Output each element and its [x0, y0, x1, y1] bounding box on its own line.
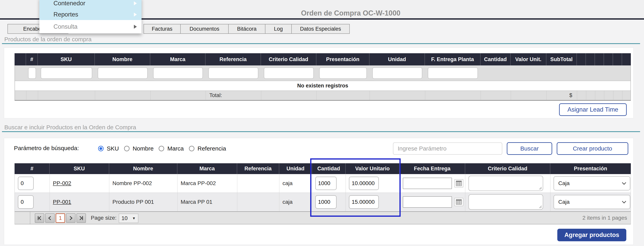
products-panel: # SKU Nombre Marca Referencia Criterio C… — [4, 48, 634, 118]
search-panel: Parámetro de búsqueda: SKU Nombre Marca … — [4, 138, 634, 245]
pagination-buttons: 1 — [35, 214, 86, 223]
next-page-button[interactable] — [66, 214, 76, 223]
column-header-presentacion: Presentación — [316, 53, 369, 66]
filter-input-referencia[interactable] — [208, 68, 258, 79]
prev-page-button[interactable] — [45, 214, 55, 223]
sku-link[interactable]: PP-002 — [53, 180, 71, 186]
column-header-cantidad: Cantidad — [312, 163, 346, 174]
radio-label-referencia: Referencia — [198, 145, 226, 152]
menu-item-consulta[interactable]: Consulta — [39, 20, 142, 34]
resize-handle-icon[interactable] — [539, 205, 542, 208]
tab-log[interactable]: Log — [265, 24, 292, 34]
tab-datos-especiales[interactable]: Datos Especiales — [291, 24, 350, 34]
column-header-marca: Marca — [150, 53, 205, 66]
filter-input-sku[interactable] — [41, 68, 92, 79]
total-currency: $ — [569, 92, 572, 98]
first-page-button[interactable] — [35, 214, 44, 223]
empty-message: No existen registros — [297, 83, 348, 89]
menu-item-label: Reportes — [54, 11, 78, 18]
section-title-products: Productos de la orden de compra — [4, 36, 92, 43]
products-table: # SKU Nombre Marca Referencia Criterio C… — [14, 53, 631, 101]
calendar-icon[interactable] — [454, 198, 463, 206]
chevron-down-icon — [622, 199, 626, 203]
criterio-calidad-textarea[interactable] — [468, 194, 543, 210]
radio-label-nombre: Nombre — [133, 145, 154, 152]
fecha-entrega-input[interactable] — [403, 196, 452, 208]
column-header — [604, 53, 613, 66]
menu-item-label: Consulta — [54, 23, 78, 30]
section-divider — [2, 131, 640, 132]
resize-handle-icon[interactable] — [539, 186, 542, 190]
column-header-num: # — [14, 163, 49, 174]
valor-unitario-input[interactable] — [349, 177, 379, 190]
filter-input-unidad[interactable] — [372, 68, 422, 79]
column-header — [576, 53, 586, 66]
column-header-fentrega: F. Entrega Planta — [424, 53, 480, 66]
agregar-productos-button[interactable]: Agregar productos — [557, 229, 626, 241]
menu-item-contenedor[interactable]: Contenedor — [39, 0, 142, 9]
row-num-input[interactable] — [18, 177, 34, 190]
column-header — [586, 53, 595, 66]
pagination-bar: 1 Page size: 10 ▼ 2 items in 1 pages — [14, 212, 631, 224]
column-header-marca: Marca — [177, 163, 237, 174]
chevron-down-icon — [622, 180, 626, 184]
submenu-arrow-icon — [134, 2, 137, 5]
row-num-input[interactable] — [18, 195, 34, 209]
radio-marca[interactable] — [159, 146, 164, 151]
cell-unidad: caja — [282, 180, 292, 186]
crear-producto-button[interactable]: Crear producto — [557, 142, 628, 155]
submenu-arrow-icon — [134, 25, 137, 29]
page-size-label: Page size: — [91, 212, 116, 224]
tab-documentos[interactable]: Documentos — [180, 24, 228, 34]
column-header-sku: SKU — [49, 163, 109, 174]
column-header — [622, 53, 631, 66]
search-input[interactable] — [393, 142, 502, 155]
filter-row — [14, 66, 631, 81]
menu-item-reportes[interactable]: Reportes — [39, 9, 142, 20]
pagination-status: 2 items in 1 pages — [582, 212, 627, 224]
table-row: PP-002 Nombre PP-002 Marca PP-002 caja C — [14, 174, 631, 193]
filter-input-marca[interactable] — [153, 68, 203, 79]
asignar-lead-time-button[interactable]: Asignar Lead Time — [559, 103, 627, 116]
current-page[interactable]: 1 — [56, 214, 65, 223]
filter-input-criterio[interactable] — [264, 68, 314, 79]
sku-link[interactable]: PP-001 — [53, 199, 71, 205]
cell-marca: Marca PP-002 — [181, 180, 216, 186]
radio-nombre[interactable] — [124, 146, 130, 151]
dropdown-menu: Contenedor Reportes Consulta — [39, 0, 142, 34]
buscar-button[interactable]: Buscar — [507, 142, 552, 155]
column-header-valor: Valor Unit. — [510, 53, 546, 66]
page-size-select[interactable]: 10 ▼ — [119, 214, 138, 223]
cantidad-input[interactable] — [315, 177, 336, 190]
filter-input-presentacion[interactable] — [319, 68, 367, 79]
tab-facturas[interactable]: Facturas — [144, 24, 181, 34]
pagination-divider — [30, 212, 30, 224]
cantidad-input[interactable] — [315, 195, 336, 209]
column-header-valor-unitario: Valor Unitario — [346, 163, 399, 174]
section-divider — [2, 43, 640, 44]
presentacion-select[interactable]: Caja — [554, 195, 630, 209]
last-page-button[interactable] — [76, 214, 86, 223]
criterio-calidad-textarea[interactable] — [468, 176, 543, 191]
fecha-entrega-input[interactable] — [403, 178, 452, 189]
tab-bitacora[interactable]: Bitácora — [228, 24, 266, 34]
valor-unitario-input[interactable] — [349, 195, 379, 209]
search-param-radios: SKU Nombre Marca Referencia — [98, 145, 231, 152]
filter-input-num[interactable] — [28, 68, 36, 79]
filter-input-nombre[interactable] — [98, 68, 148, 79]
column-header-criterio: Criterio Calidad — [465, 163, 550, 174]
search-param-label: Parámetro de búsqueda: — [14, 145, 79, 152]
table-row: PP-001 Producto PP 001 Marca PP 01 caja — [14, 193, 631, 212]
presentacion-select[interactable]: Caja — [554, 176, 630, 190]
filter-input-fentrega[interactable] — [428, 68, 478, 79]
section-title-search: Buscar e incluir Productos en la Orden d… — [4, 124, 136, 131]
radio-referencia[interactable] — [189, 146, 194, 151]
column-header-unidad: Unidad — [279, 163, 312, 174]
cell-nombre: Producto PP 001 — [112, 199, 154, 205]
radio-sku[interactable] — [98, 146, 104, 151]
cell-nombre: Nombre PP-002 — [112, 180, 152, 186]
menu-item-label: Contenedor — [54, 0, 85, 7]
calendar-icon[interactable] — [454, 179, 463, 188]
selected-option: Caja — [558, 199, 570, 205]
cell-unidad: caja — [282, 199, 292, 205]
